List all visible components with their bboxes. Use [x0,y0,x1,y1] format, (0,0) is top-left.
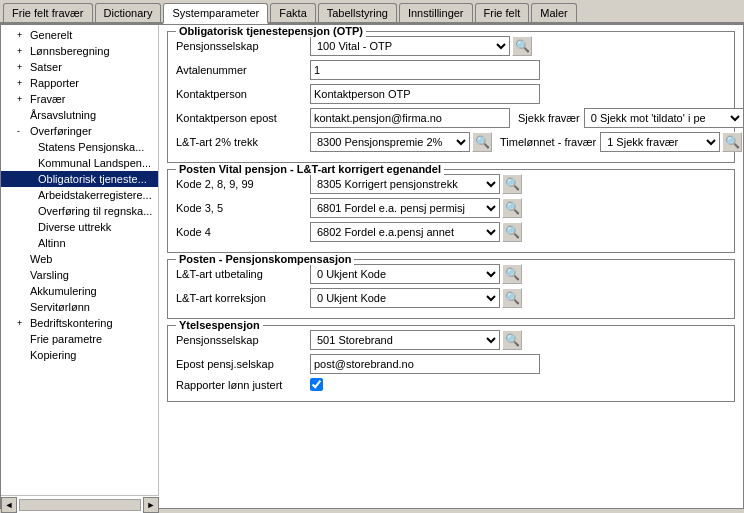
kode289-select[interactable]: 8305 Korrigert pensjonstrekk [310,174,500,194]
lt-korreksjon-lookup-button[interactable]: 🔍 [502,288,522,308]
epost-col: Kontaktperson epost [176,108,510,128]
expand-icon-overfoering [25,206,35,216]
sidebar-item-diverse[interactable]: Diverse uttrekk [1,219,158,235]
expand-icon-statens [25,142,35,152]
kode35-select[interactable]: 6801 Fordel e.a. pensj permisj [310,198,500,218]
sidebar-item-kommunal[interactable]: Kommunal Landspen... [1,155,158,171]
timelonnet-select[interactable]: 1 Sjekk fravær [600,132,720,152]
sidebar-horizontal-scrollbar[interactable] [19,499,141,509]
sidebar-item-statens[interactable]: Statens Pensjonska... [1,139,158,155]
sidebar-item-akkumulering[interactable]: Akkumulering [1,283,158,299]
tab-frie-felt[interactable]: Frie felt [475,3,530,22]
sjekk-col: Sjekk fravær 0 Sjekk mot 'tildato' i pe … [518,108,743,128]
kode4-label: Kode 4 [176,226,306,238]
lt-korreksjon-row: L&T-art korreksjon 0 Ukjent Kode 🔍 [176,288,726,308]
expand-icon-diverse [25,222,35,232]
kode289-label: Kode 2, 8, 9, 99 [176,178,306,190]
sjekk-fravaer-select[interactable]: 0 Sjekk mot 'tildato' i pe [584,108,743,128]
tab-tabellstyring[interactable]: Tabellstyring [318,3,397,22]
sidebar-item-fravaer[interactable]: + Fravær [1,91,158,107]
expand-icon-kommunal [25,158,35,168]
kode4-select[interactable]: 6802 Fordel e.a.pensj annet [310,222,500,242]
sidebar-item-bedriftskontering[interactable]: + Bedriftskontering [1,315,158,331]
pensjonsselskap-lookup-button[interactable]: 🔍 [512,36,532,56]
rapporter-label: Rapporter lønn justert [176,379,306,391]
otp-group: Obligatorisk tjenestepensjon (OTP) Pensj… [167,31,735,163]
ytelse-epost-row: Epost pensj.selskap [176,354,726,374]
expand-icon-varsling [17,270,27,280]
sidebar-item-obligatorisk[interactable]: Obligatorisk tjeneste... [1,171,158,187]
expand-icon-akkumulering [17,286,27,296]
avtalenummer-label: Avtalenummer [176,64,306,76]
epost-label: Kontaktperson epost [176,112,306,124]
kode35-lookup-button[interactable]: 🔍 [502,198,522,218]
ytelse-epost-input[interactable] [310,354,540,374]
sidebar-item-lonnsberegning[interactable]: + Lønnsberegning [1,43,158,59]
tab-fakta[interactable]: Fakta [270,3,316,22]
ytelse-pensjonsselskap-select[interactable]: 501 Storebrand [310,330,500,350]
kode4-lookup-button[interactable]: 🔍 [502,222,522,242]
sidebar-item-overfoeringer[interactable]: - Overføringer [1,123,158,139]
ytelse-pensjonsselskap-row: Pensjonsselskap 501 Storebrand 🔍 [176,330,726,350]
tab-dictionary[interactable]: Dictionary [95,3,162,22]
scroll-left-button[interactable]: ◄ [1,497,17,509]
sidebar-item-overfoering-regnskap[interactable]: Overføring til regnska... [1,203,158,219]
sidebar-item-frie-parametre[interactable]: Frie parametre [1,331,158,347]
epost-input[interactable] [310,108,510,128]
sidebar-item-rapporter[interactable]: + Rapporter [1,75,158,91]
expand-icon-arbeidstaker [25,190,35,200]
ytelse-pensjonsselskap-lookup-button[interactable]: 🔍 [502,330,522,350]
ytelse-pensjonsselskap-wrapper: 501 Storebrand 🔍 [310,330,522,350]
lt-art-select[interactable]: 8300 Pensjonspremie 2% [310,132,470,152]
timelonnet-col: Timelønnet - fravær 1 Sjekk fravær 🔍 [500,132,742,152]
sidebar-item-generelt[interactable]: + Generelt [1,27,158,43]
avtalenummer-input[interactable] [310,60,540,80]
tab-innstillinger[interactable]: Innstillinger [399,3,473,22]
timelonnet-wrapper: 1 Sjekk fravær 🔍 [600,132,742,152]
expand-icon-frie [17,334,27,344]
sidebar-item-arsavslutning[interactable]: Årsavslutning [1,107,158,123]
lt-korreksjon-select[interactable]: 0 Ukjent Kode [310,288,500,308]
lt-utbetaling-select[interactable]: 0 Ukjent Kode [310,264,500,284]
scroll-right-button[interactable]: ► [143,497,159,509]
timelonnet-lookup-button[interactable]: 🔍 [722,132,742,152]
ytelse-epost-label: Epost pensj.selskap [176,358,306,370]
expand-icon-altinn [25,238,35,248]
pensjonskompensasjon-group-title: Posten - Pensjonskompensasjon [176,253,354,265]
sidebar-item-arbeidstaker[interactable]: Arbeidstakerregistere... [1,187,158,203]
tab-bar: Frie felt fravær Dictionary Systemparame… [0,0,744,24]
expand-icon-web [17,254,27,264]
sidebar-item-web[interactable]: Web [1,251,158,267]
sidebar-item-kopiering[interactable]: Kopiering [1,347,158,363]
sjekk-fravaer-wrapper: 0 Sjekk mot 'tildato' i pe 🔍 [584,108,743,128]
kode289-lookup-button[interactable]: 🔍 [502,174,522,194]
lt-art-timelonnet-row: L&T-art 2% trekk 8300 Pensjonspremie 2% … [176,132,726,152]
pensjonskompensasjon-group: Posten - Pensjonskompensasjon L&T-art ut… [167,259,735,319]
sidebar: + Generelt + Lønnsberegning + Satser + R… [1,25,159,508]
pensjonsselskap-row: Pensjonsselskap 100 Vital - OTP 🔍 [176,36,726,56]
tab-systemparameter[interactable]: Systemparameter [163,3,268,24]
main-content: + Generelt + Lønnsberegning + Satser + R… [0,24,744,509]
vital-group: Posten Vital pensjon - L&T-art korrigert… [167,169,735,253]
tab-maler[interactable]: Maler [531,3,577,22]
sidebar-item-varsling[interactable]: Varsling [1,267,158,283]
kode4-wrapper: 6802 Fordel e.a.pensj annet 🔍 [310,222,522,242]
tab-frie-felt-fravaer[interactable]: Frie felt fravær [3,3,93,22]
otp-group-title: Obligatorisk tjenestepensjon (OTP) [176,25,366,37]
sidebar-item-altinn[interactable]: Altinn [1,235,158,251]
lt-utbetaling-row: L&T-art utbetaling 0 Ukjent Kode 🔍 [176,264,726,284]
expand-icon-rapporter: + [17,78,27,88]
rapporter-checkbox[interactable] [310,378,323,391]
sidebar-item-servitorlonn[interactable]: Servitørlønn [1,299,158,315]
rapporter-row: Rapporter lønn justert [176,378,726,391]
kode35-row: Kode 3, 5 6801 Fordel e.a. pensj permisj… [176,198,726,218]
vital-group-title: Posten Vital pensjon - L&T-art korrigert… [176,163,444,175]
lt-art-lookup-button[interactable]: 🔍 [472,132,492,152]
lt-korreksjon-wrapper: 0 Ukjent Kode 🔍 [310,288,522,308]
sidebar-item-satser[interactable]: + Satser [1,59,158,75]
kode289-wrapper: 8305 Korrigert pensjonstrekk 🔍 [310,174,522,194]
lt-utbetaling-wrapper: 0 Ukjent Kode 🔍 [310,264,522,284]
kontaktperson-input[interactable] [310,84,540,104]
lt-utbetaling-lookup-button[interactable]: 🔍 [502,264,522,284]
pensjonsselskap-select[interactable]: 100 Vital - OTP [310,36,510,56]
